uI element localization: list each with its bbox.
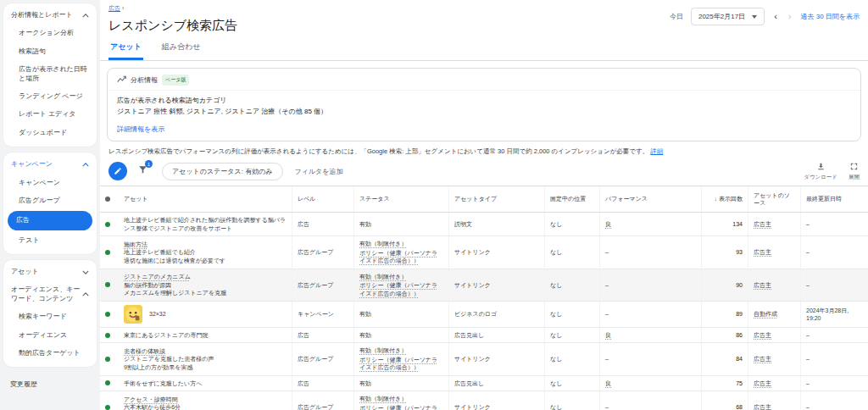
page-header: 広告› レスポンシブ検索広告 アセット 組み合わせ 今日 2025年2月17日 … [100,0,868,61]
sidebar-item-dynamic-ad-targets[interactable]: 動的広告ターゲット [6,345,94,362]
policy-details-link[interactable]: ポリシー（健康（パーソナライズド広告の場合）） [359,404,443,410]
asset-description-line: 適切な施術には適切な検査が必要です [124,257,287,264]
asset-source-link[interactable]: 広告主 [754,380,795,387]
row-status-cell [100,302,119,327]
sidebar-item-when-where-ads-showed[interactable]: 広告が表示された日時と場所 [6,61,94,87]
tab-combinations[interactable]: 組み合わせ [160,42,203,60]
asset-name[interactable]: アクセス・診療時間 [124,396,287,403]
column-header-asset[interactable]: アセット [119,186,292,213]
expand-icon [849,162,859,172]
table-row[interactable]: 施術方法地上波テレビ番組でも紹介適切な施術には適切な検査が必要です広告グループ有… [100,236,868,269]
column-header-performance[interactable]: パフォーマンス [599,186,701,213]
show-last-30-days-link[interactable]: 過去 30 日間を表示 [800,12,860,21]
status-value: 有効 [359,220,443,228]
sidebar-item-ads-selected[interactable]: 広告 [8,211,92,230]
table-row[interactable]: 手術をせずに克服したい方へ広告有効広告見出しなし良75広告主– [100,376,868,391]
policy-details-link[interactable]: ポリシー（健康（パーソナライズド広告の場合）） [359,356,443,372]
sidebar-item-audiences[interactable]: オーディエンス [6,327,94,344]
asset-source-link[interactable]: 広告主 [754,331,795,339]
asset-source-link[interactable]: 広告主 [754,281,795,289]
table-row[interactable]: 患者様の体験談ジストニアを克服した患者様の声9割以上の方が効果を実感広告グループ… [100,343,868,375]
impressions-cell: 86 [701,328,748,342]
date-picker-dropdown[interactable]: 2025年2月17日 [691,8,765,25]
sidebar-item-ad-groups[interactable]: 広告グループ [6,192,94,209]
level-cell: 広告グループ [292,269,353,301]
performance-rating: – [605,310,696,318]
asset-source-link[interactable]: 広告主 [754,220,795,228]
enabled-status-dot [105,282,110,287]
sidebar-section-insights-reports[interactable]: 分析情報とレポート [3,6,97,24]
table-row[interactable]: 東京にあるジストニアの専門院広告有効広告見出しなし良86広告主– [100,328,868,343]
status-value[interactable]: 有効（制限付き） [359,273,443,280]
sidebar-item-dashboards[interactable]: ダッシュボード [6,125,94,141]
performance-cell: – [599,343,701,374]
previous-date-chevron[interactable]: ‹ [772,12,779,21]
show-details-link[interactable]: 詳細情報を表示 [108,119,174,141]
next-date-chevron[interactable]: › [787,12,793,21]
asset-source-link[interactable]: 広告主 [754,248,795,256]
filter-count-badge: 1 [145,160,153,168]
asset-source-link[interactable]: 広告主 [754,403,795,410]
filter-button[interactable]: 1 [137,163,148,179]
table-row[interactable]: 地上波テレビ番組で紹介された脳の誤作動を調整する脳バランス整体でジストニアの改善… [100,213,868,236]
expand-button[interactable]: 展開 [849,162,860,181]
column-header-impressions-sorted[interactable]: ↓表示回数 [701,186,748,213]
level-cell: 広告 [292,328,353,342]
sidebar-item-experiments[interactable]: テスト [6,232,94,249]
breadcrumb-ads-link[interactable]: 広告 [108,5,120,11]
asset-name[interactable]: ジストニアのメカニズム [124,273,287,280]
asset-source-cell: 広告主 [748,236,800,268]
tab-assets[interactable]: アセット [108,42,143,60]
sidebar-item-campaigns[interactable]: キャンペーン [6,175,94,191]
edit-button[interactable] [108,162,127,180]
asset-name[interactable]: 施術方法 [124,241,287,248]
impressions-cell: 134 [701,213,748,235]
column-header-pinned[interactable]: 固定中の位置 [544,186,599,213]
sidebar-item-change-history[interactable]: 変更履歴 [3,373,97,389]
performance-cell: 良 [599,376,701,391]
performance-rating[interactable]: 良 [605,331,696,339]
logo-thumbnail[interactable] [124,305,142,324]
sidebar-item-auction-insights[interactable]: オークション分析 [6,25,94,42]
status-value[interactable]: 有効（制限付き） [359,395,443,402]
column-header-level[interactable]: レベル [292,186,353,213]
download-button[interactable]: ダウンロード [804,162,837,181]
column-header-asset-type[interactable]: アセットタイプ [448,186,544,213]
status-cell: 有効 [353,302,448,327]
sort-descending-icon: ↓ [715,195,718,202]
table-row[interactable]: ジストニアのメカニズム脳の誤作動が原因メカニズムを理解しジストニアを克服広告グル… [100,269,868,302]
column-header-asset-source[interactable]: アセットのソース [748,186,800,213]
performance-rating[interactable]: 良 [605,220,696,228]
sidebar-item-search-keywords[interactable]: 検索キーワード [6,308,94,325]
row-status-cell [100,391,119,410]
table-row[interactable]: アクセス・診療時間六本木駅から徒歩6分10時から20時まで診療広告グループ有効（… [100,391,868,410]
column-header-status[interactable]: ステータス [353,186,448,213]
beta-badge: ベータ版 [162,75,189,86]
sidebar-item-report-editor[interactable]: レポート エディタ [6,106,94,123]
learn-more-link[interactable]: 詳細 [650,147,663,155]
sidebar-section-assets[interactable]: アセット [3,263,97,280]
sidebar-item-search-terms[interactable]: 検索語句 [6,43,94,60]
add-filter-button[interactable]: フィルタを追加 [295,167,343,176]
asset-source-link[interactable]: 自動作成 [754,310,795,318]
performance-cell: – [599,302,701,327]
sidebar-section-audiences-keywords-content[interactable]: オーディエンス、キーワード、コンテンツ [3,280,97,308]
policy-details-link[interactable]: ポリシー（健康（パーソナライズド広告の場合）） [359,281,443,297]
asset-name[interactable]: 患者様の体験談 [124,347,287,355]
chevron-up-icon [82,163,89,167]
asset-type-cell: 説明文 [448,213,544,235]
table-row[interactable]: 32×32キャンペーン有効ビジネスのロゴなし–89自動作成2024年3月28日,… [100,302,868,328]
asset-status-filter-chip[interactable]: アセットのステータス: 有効のみ [162,163,283,180]
sidebar-item-landing-pages[interactable]: ランディング ページ [6,88,94,105]
sidebar-section-campaigns[interactable]: キャンペーン [3,155,97,173]
asset-source-link[interactable]: 広告主 [754,355,795,363]
status-value: 有効 [359,310,443,318]
status-cell: 有効（制限付き）ポリシー（健康（パーソナライズド広告の場合）） [353,343,448,374]
policy-details-link[interactable]: ポリシー（健康（パーソナライズド広告の場合）） [359,249,443,265]
status-value[interactable]: 有効（制限付き） [359,346,443,354]
performance-rating: – [605,248,696,256]
performance-rating[interactable]: 良 [605,380,696,387]
column-header-last-updated[interactable]: 最終更新日時 [800,186,868,213]
status-value[interactable]: 有効（制限付き） [359,240,443,247]
asset-cell: 患者様の体験談ジストニアを克服した患者様の声9割以上の方が効果を実感 [119,343,292,374]
